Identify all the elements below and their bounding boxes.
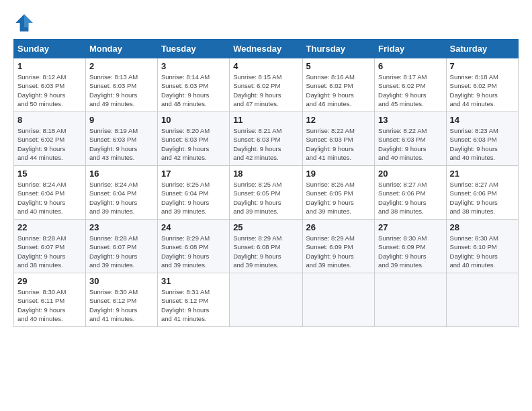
- calendar-cell: 2Sunrise: 8:13 AMSunset: 6:03 PMDaylight…: [85, 58, 157, 112]
- calendar-cell: 11Sunrise: 8:21 AMSunset: 6:03 PMDayligh…: [230, 112, 302, 166]
- day-info: Sunrise: 8:15 AMSunset: 6:02 PMDaylight:…: [233, 73, 298, 108]
- day-info: Sunrise: 8:29 AMSunset: 6:08 PMDaylight:…: [161, 234, 226, 269]
- day-info: Sunrise: 8:16 AMSunset: 6:02 PMDaylight:…: [306, 73, 371, 108]
- day-info: Sunrise: 8:24 AMSunset: 6:04 PMDaylight:…: [89, 180, 154, 216]
- calendar-cell: 5Sunrise: 8:16 AMSunset: 6:02 PMDaylight…: [302, 58, 375, 112]
- calendar-cell: 12Sunrise: 8:22 AMSunset: 6:03 PMDayligh…: [302, 112, 375, 166]
- weekday-header-sunday: Sunday: [14, 40, 86, 58]
- day-info: Sunrise: 8:30 AMSunset: 6:11 PMDaylight:…: [17, 287, 82, 323]
- calendar-cell: 16Sunrise: 8:24 AMSunset: 6:04 PMDayligh…: [85, 166, 157, 220]
- day-number: 24: [161, 222, 226, 232]
- day-number: 6: [378, 61, 442, 71]
- calendar-cell: [375, 273, 446, 327]
- calendar-cell: 22Sunrise: 8:28 AMSunset: 6:07 PMDayligh…: [14, 220, 86, 273]
- logo: [13, 12, 38, 34]
- day-number: 26: [306, 222, 371, 232]
- day-info: Sunrise: 8:29 AMSunset: 6:09 PMDaylight:…: [306, 234, 371, 269]
- weekday-header-thursday: Thursday: [302, 40, 375, 58]
- calendar-cell: [302, 273, 375, 327]
- calendar-cell: 18Sunrise: 8:25 AMSunset: 6:05 PMDayligh…: [230, 166, 302, 220]
- day-info: Sunrise: 8:14 AMSunset: 6:03 PMDaylight:…: [161, 73, 226, 108]
- day-info: Sunrise: 8:12 AMSunset: 6:03 PMDaylight:…: [17, 73, 82, 108]
- day-info: Sunrise: 8:31 AMSunset: 6:12 PMDaylight:…: [161, 287, 226, 323]
- day-info: Sunrise: 8:28 AMSunset: 6:07 PMDaylight:…: [89, 234, 154, 269]
- day-info: Sunrise: 8:25 AMSunset: 6:04 PMDaylight:…: [161, 180, 226, 216]
- calendar-cell: 3Sunrise: 8:14 AMSunset: 6:03 PMDaylight…: [157, 58, 229, 112]
- page-container: SundayMondayTuesdayWednesdayThursdayFrid…: [0, 0, 532, 334]
- calendar-cell: 14Sunrise: 8:23 AMSunset: 6:03 PMDayligh…: [446, 112, 518, 166]
- calendar-cell: 9Sunrise: 8:19 AMSunset: 6:03 PMDaylight…: [85, 112, 157, 166]
- weekday-header-friday: Friday: [375, 40, 446, 58]
- day-number: 31: [161, 276, 226, 286]
- day-number: 28: [450, 222, 515, 232]
- day-number: 16: [89, 169, 154, 179]
- day-number: 17: [161, 169, 226, 179]
- day-info: Sunrise: 8:21 AMSunset: 6:03 PMDaylight:…: [233, 126, 298, 162]
- day-info: Sunrise: 8:29 AMSunset: 6:08 PMDaylight:…: [233, 234, 298, 269]
- day-info: Sunrise: 8:22 AMSunset: 6:03 PMDaylight:…: [378, 126, 442, 162]
- day-number: 2: [89, 61, 154, 71]
- day-info: Sunrise: 8:25 AMSunset: 6:05 PMDaylight:…: [233, 180, 298, 216]
- day-info: Sunrise: 8:18 AMSunset: 6:02 PMDaylight:…: [17, 126, 82, 162]
- calendar-cell: [230, 273, 302, 327]
- calendar-cell: 10Sunrise: 8:20 AMSunset: 6:03 PMDayligh…: [157, 112, 229, 166]
- calendar-cell: 17Sunrise: 8:25 AMSunset: 6:04 PMDayligh…: [157, 166, 229, 220]
- calendar-cell: [446, 273, 518, 327]
- day-number: 30: [89, 276, 154, 286]
- day-number: 10: [161, 115, 226, 125]
- day-info: Sunrise: 8:26 AMSunset: 6:05 PMDaylight:…: [306, 180, 371, 216]
- calendar-cell: 31Sunrise: 8:31 AMSunset: 6:12 PMDayligh…: [157, 273, 229, 327]
- calendar-cell: 28Sunrise: 8:30 AMSunset: 6:10 PMDayligh…: [446, 220, 518, 273]
- day-number: 19: [306, 169, 371, 179]
- day-number: 12: [306, 115, 371, 125]
- day-info: Sunrise: 8:27 AMSunset: 6:06 PMDaylight:…: [378, 180, 442, 216]
- day-number: 5: [306, 61, 371, 71]
- day-number: 8: [17, 115, 82, 125]
- calendar-cell: 20Sunrise: 8:27 AMSunset: 6:06 PMDayligh…: [375, 166, 446, 220]
- calendar-cell: 24Sunrise: 8:29 AMSunset: 6:08 PMDayligh…: [157, 220, 229, 273]
- day-info: Sunrise: 8:17 AMSunset: 6:02 PMDaylight:…: [378, 73, 442, 108]
- day-number: 21: [450, 169, 515, 179]
- day-info: Sunrise: 8:28 AMSunset: 6:07 PMDaylight:…: [17, 234, 82, 269]
- calendar-week-row: 8Sunrise: 8:18 AMSunset: 6:02 PMDaylight…: [14, 112, 519, 166]
- logo-icon: [13, 12, 35, 34]
- day-number: 9: [89, 115, 154, 125]
- calendar-cell: 23Sunrise: 8:28 AMSunset: 6:07 PMDayligh…: [85, 220, 157, 273]
- weekday-header-tuesday: Tuesday: [157, 40, 229, 58]
- day-number: 11: [233, 115, 298, 125]
- calendar-cell: 27Sunrise: 8:30 AMSunset: 6:09 PMDayligh…: [375, 220, 446, 273]
- calendar-cell: 13Sunrise: 8:22 AMSunset: 6:03 PMDayligh…: [375, 112, 446, 166]
- day-info: Sunrise: 8:30 AMSunset: 6:09 PMDaylight:…: [378, 234, 442, 269]
- calendar-week-row: 29Sunrise: 8:30 AMSunset: 6:11 PMDayligh…: [14, 273, 519, 327]
- day-info: Sunrise: 8:30 AMSunset: 6:12 PMDaylight:…: [89, 287, 154, 323]
- day-number: 22: [17, 222, 82, 232]
- calendar-cell: 7Sunrise: 8:18 AMSunset: 6:02 PMDaylight…: [446, 58, 518, 112]
- day-info: Sunrise: 8:23 AMSunset: 6:03 PMDaylight:…: [450, 126, 515, 162]
- day-number: 14: [450, 115, 515, 125]
- calendar-cell: 4Sunrise: 8:15 AMSunset: 6:02 PMDaylight…: [230, 58, 302, 112]
- day-info: Sunrise: 8:27 AMSunset: 6:06 PMDaylight:…: [450, 180, 515, 216]
- day-number: 27: [378, 222, 442, 232]
- calendar-cell: 1Sunrise: 8:12 AMSunset: 6:03 PMDaylight…: [14, 58, 86, 112]
- day-number: 13: [378, 115, 442, 125]
- day-info: Sunrise: 8:18 AMSunset: 6:02 PMDaylight:…: [450, 73, 515, 108]
- day-info: Sunrise: 8:19 AMSunset: 6:03 PMDaylight:…: [89, 126, 154, 162]
- day-number: 7: [450, 61, 515, 71]
- day-number: 23: [89, 222, 154, 232]
- day-number: 18: [233, 169, 298, 179]
- day-number: 4: [233, 61, 298, 71]
- calendar-cell: 29Sunrise: 8:30 AMSunset: 6:11 PMDayligh…: [14, 273, 86, 327]
- calendar-cell: 15Sunrise: 8:24 AMSunset: 6:04 PMDayligh…: [14, 166, 86, 220]
- calendar-cell: 6Sunrise: 8:17 AMSunset: 6:02 PMDaylight…: [375, 58, 446, 112]
- weekday-header-saturday: Saturday: [446, 40, 518, 58]
- day-info: Sunrise: 8:22 AMSunset: 6:03 PMDaylight:…: [306, 126, 371, 162]
- calendar-cell: 21Sunrise: 8:27 AMSunset: 6:06 PMDayligh…: [446, 166, 518, 220]
- calendar-week-row: 22Sunrise: 8:28 AMSunset: 6:07 PMDayligh…: [14, 220, 519, 273]
- day-number: 29: [17, 276, 82, 286]
- calendar-cell: 30Sunrise: 8:30 AMSunset: 6:12 PMDayligh…: [85, 273, 157, 327]
- calendar-table: SundayMondayTuesdayWednesdayThursdayFrid…: [13, 39, 519, 327]
- calendar-cell: 19Sunrise: 8:26 AMSunset: 6:05 PMDayligh…: [302, 166, 375, 220]
- calendar-week-row: 15Sunrise: 8:24 AMSunset: 6:04 PMDayligh…: [14, 166, 519, 220]
- calendar-week-row: 1Sunrise: 8:12 AMSunset: 6:03 PMDaylight…: [14, 58, 519, 112]
- day-number: 1: [17, 61, 82, 71]
